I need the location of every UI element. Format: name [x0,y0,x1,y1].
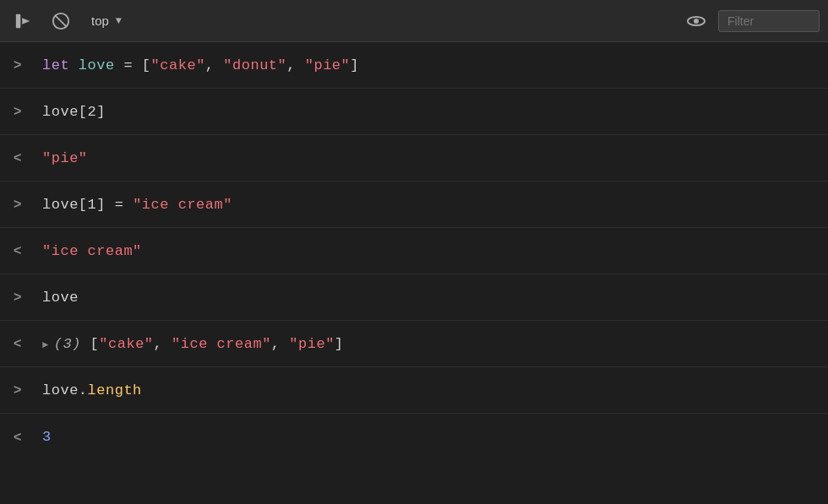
filter-input-container[interactable] [718,10,820,32]
prompt-out: < [14,243,30,258]
console-line: > let love = ["cake", "donut", "pie"] [0,42,828,89]
eye-icon-button[interactable] [681,6,711,36]
prompt-in: > [14,197,30,212]
console-line: > love[2] [0,89,828,135]
prompt-in: > [14,104,30,119]
code-line-7: ►(3) ["cake", "ice cream", "pie"] [42,336,344,352]
console-toolbar: top ▼ [0,0,828,42]
svg-rect-0 [16,14,21,28]
prompt-in: > [14,382,30,398]
clear-icon-button[interactable] [46,6,76,36]
console-line: < "ice cream" [0,228,828,274]
console-line: > love.length [0,367,828,414]
code-line-1: let love = ["cake", "donut", "pie"] [42,57,359,73]
dropdown-arrow-icon: ▼ [116,15,122,27]
console-line: > love[1] = "ice cream" [0,182,828,228]
code-line-5: "ice cream" [42,243,142,259]
console-line: < 3 [0,414,828,460]
prompt-out: < [14,430,30,445]
prompt-out: < [14,336,30,351]
svg-point-5 [694,19,699,24]
code-line-3: "pie" [42,150,88,166]
prompt-out: < [14,150,30,165]
console-line: > love [0,274,828,321]
code-line-4: love[1] = "ice cream" [42,197,232,213]
context-selector[interactable]: top ▼ [83,14,674,28]
svg-marker-1 [22,18,30,24]
svg-line-3 [55,15,67,27]
console-line: < "pie" [0,135,828,182]
code-line-8: love.length [42,382,142,398]
script-icon-button[interactable] [8,6,39,36]
console-line: < ►(3) ["cake", "ice cream", "pie"] [0,321,828,367]
code-line-9: 3 [42,429,52,445]
expand-arrow-icon[interactable]: ► [42,339,49,351]
console-output: > let love = ["cake", "donut", "pie"] > … [0,42,828,460]
prompt-in: > [14,57,30,73]
prompt-in: > [14,290,30,305]
code-line-6: love [42,290,79,306]
context-label: top [91,14,109,28]
filter-input[interactable] [727,14,795,28]
code-line-2: love[2] [42,104,106,120]
